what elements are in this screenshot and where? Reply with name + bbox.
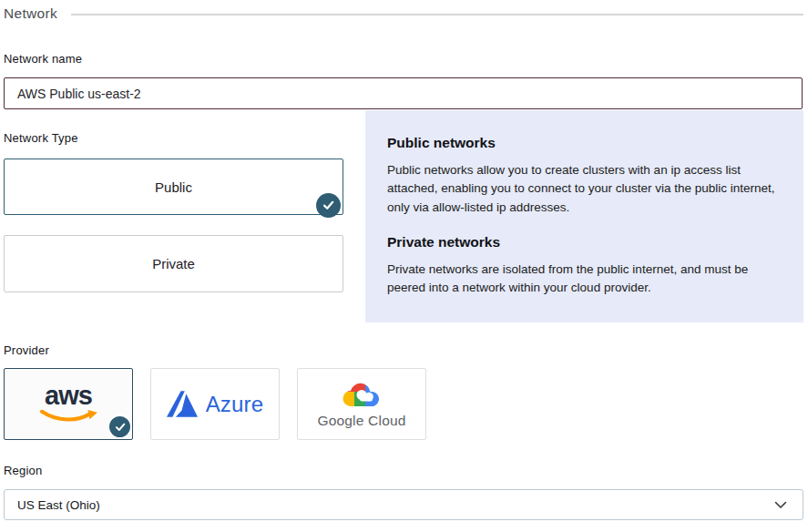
provider-option-aws[interactable]: aws [4, 368, 133, 440]
network-form: Network Network name Network Type Public… [0, 0, 808, 532]
aws-wordmark: aws [45, 384, 92, 409]
check-icon [316, 193, 341, 218]
aws-logo-icon: aws [36, 384, 100, 423]
info-body-public: Public networks allow you to create clus… [387, 161, 782, 217]
section-title: Network [4, 5, 57, 22]
network-type-option-private-label: Private [152, 256, 195, 271]
provider-option-azure[interactable]: Azure [150, 368, 280, 440]
info-body-private: Private networks are isolated from the p… [387, 261, 782, 298]
section-divider [71, 14, 803, 15]
google-cloud-icon [341, 379, 383, 410]
network-name-input[interactable] [4, 77, 803, 109]
network-name-label: Network name [4, 52, 803, 66]
region-select-value: US East (Ohio) [17, 498, 100, 512]
region-label: Region [4, 464, 803, 477]
azure-wordmark: Azure [206, 392, 264, 417]
chevron-down-icon [774, 501, 787, 509]
network-type-label: Network Type [4, 131, 343, 145]
provider-option-google-cloud[interactable]: Google Cloud [297, 368, 426, 440]
google-cloud-wordmark: Google Cloud [317, 413, 405, 429]
azure-logo-icon: Azure [167, 391, 264, 417]
network-type-option-public-label: Public [155, 179, 192, 195]
network-type-option-private[interactable]: Private [4, 235, 343, 292]
network-type-column: Network Type Public Private [4, 109, 343, 292]
azure-a-icon [167, 391, 198, 417]
info-heading-public: Public networks [387, 135, 782, 151]
provider-options: aws Azure [4, 368, 803, 440]
check-icon [107, 414, 132, 439]
info-heading-private: Private networks [387, 234, 782, 251]
network-type-info-panel: Public networks Public networks allow yo… [365, 110, 803, 322]
aws-smile-icon [36, 409, 100, 423]
provider-label: Provider [4, 343, 803, 357]
google-cloud-logo-icon: Google Cloud [317, 379, 405, 429]
network-type-option-public[interactable]: Public [4, 159, 343, 215]
section-header: Network [4, 5, 803, 22]
network-type-section: Network Type Public Private Public netwo… [4, 109, 803, 322]
region-select[interactable]: US East (Ohio) [4, 489, 803, 520]
